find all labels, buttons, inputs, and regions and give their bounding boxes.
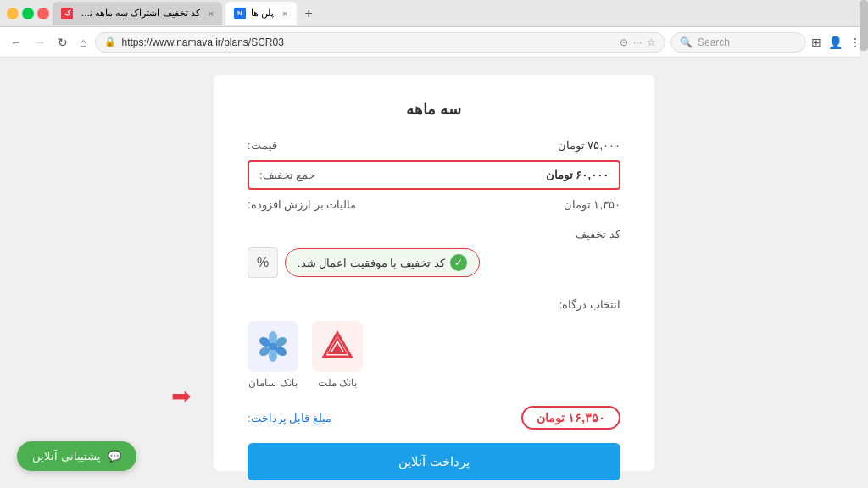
success-checkmark-icon: ✓ — [450, 254, 467, 271]
discount-value: ۶۰,۰۰۰ تومان — [546, 169, 609, 181]
mellat-name: بانک ملت — [318, 377, 357, 389]
scrollbar-thumb[interactable] — [860, 0, 868, 51]
address-bar: ← → ↻ ⌂ 🔒 https://www.namava.ir/plans/SC… — [0, 27, 868, 58]
tab2-label: پلن ها — [251, 8, 274, 19]
gateway-label: انتخاب درگاه: — [248, 298, 620, 311]
gateway-mellat[interactable]: بانک ملت — [312, 321, 363, 389]
coupon-success-text: کد تخفیف با موفقیت اعمال شد. — [298, 257, 445, 269]
coupon-success-badge: ✓ کد تخفیف با موفقیت اعمال شد. — [285, 248, 480, 277]
forward-button[interactable]: → — [31, 34, 49, 51]
coupon-submit-button[interactable]: % — [248, 247, 278, 278]
back-button[interactable]: ← — [7, 34, 25, 51]
tab1-close[interactable]: × — [209, 8, 214, 19]
tab1-label: کد تخفیف اشتراک سه ماهه نماوا — [78, 8, 200, 19]
price-row: ۷۵,۰۰۰ تومان قیمت: — [248, 139, 620, 152]
maximize-button[interactable] — [22, 8, 34, 19]
home-button[interactable]: ⌂ — [76, 34, 90, 51]
permissions-icon[interactable]: ⊙ — [620, 36, 628, 48]
saman-logo — [248, 321, 298, 372]
browser-window: ک کد تخفیف اشتراک سه ماهه نماوا × N پلن … — [0, 0, 868, 488]
more-icon[interactable]: ··· — [633, 36, 642, 48]
profile-icon[interactable]: 👤 — [828, 36, 843, 49]
tab-1[interactable]: ک کد تخفیف اشتراک سه ماهه نماوا × — [53, 2, 222, 25]
saman-name: بانک سامان — [248, 377, 297, 389]
discount-row: ۶۰,۰۰۰ تومان جمع تخفیف: — [248, 160, 620, 190]
secure-icon: 🔒 — [104, 36, 116, 47]
tax-label: مالیات بر ارزش افزوده: — [248, 198, 356, 211]
gateway-section: انتخاب درگاه: بانک ملت — [248, 298, 620, 389]
url-bar[interactable]: 🔒 https://www.namava.ir/plans/SCR03 ⊙ ··… — [95, 32, 665, 53]
card-title: سه ماهه — [248, 100, 620, 119]
discount-label: جمع تخفیف: — [259, 169, 315, 181]
price-label: قیمت: — [248, 139, 277, 152]
arrow-indicator: ➡ — [171, 382, 191, 410]
price-value: ۷۵,۰۰۰ تومان — [558, 139, 620, 152]
toolbar-icons: ⊞ 👤 ⋮ — [811, 36, 861, 49]
tax-row: ۱,۳۵۰ تومان مالیات بر ارزش افزوده: — [248, 198, 620, 211]
search-bar[interactable]: 🔍 Search — [670, 32, 806, 53]
coupon-section: کد تخفیف ✓ کد تخفیف با موفقیت اعمال شد. … — [248, 228, 620, 278]
mellat-logo — [312, 321, 363, 372]
chat-support-button[interactable]: 💬 پشتیبانی آنلاین — [17, 441, 136, 471]
coupon-section-label: کد تخفیف — [248, 228, 620, 241]
scrollbar-track — [860, 0, 868, 488]
tax-value: ۱,۳۵۰ تومان — [564, 198, 620, 211]
payment-footer: ۱۶,۳۵۰ تومان مبلغ قابل پرداخت: — [248, 406, 620, 430]
payable-amount: ۱۶,۳۵۰ تومان — [521, 406, 620, 430]
extensions-icon[interactable]: ⊞ — [811, 36, 821, 49]
new-tab-button[interactable]: + — [300, 6, 318, 21]
titlebar: ک کد تخفیف اشتراک سه ماهه نماوا × N پلن … — [0, 0, 868, 27]
reload-button[interactable]: ↻ — [54, 34, 71, 51]
tab2-close[interactable]: × — [282, 8, 287, 19]
search-placeholder: Search — [698, 36, 730, 48]
window-controls — [7, 8, 49, 19]
tab2-favicon: N — [234, 8, 246, 19]
minimize-button[interactable] — [7, 8, 19, 19]
chat-icon: 💬 — [108, 450, 121, 463]
url-text: https://www.namava.ir/plans/SCR03 — [121, 36, 615, 48]
bookmark-icon[interactable]: ☆ — [647, 36, 656, 48]
payable-label: مبلغ قابل پرداخت: — [248, 412, 331, 424]
url-action-icons: ⊙ ··· ☆ — [620, 36, 656, 48]
chat-label: پشتیبانی آنلاین — [32, 450, 101, 463]
search-icon: 🔍 — [680, 36, 693, 48]
gateway-saman[interactable]: بانک سامان — [248, 321, 298, 389]
percent-icon: % — [257, 255, 269, 270]
page-content: سه ماهه ۷۵,۰۰۰ تومان قیمت: ۶۰,۰۰۰ تومان … — [0, 58, 868, 488]
tab-bar: ک کد تخفیف اشتراک سه ماهه نماوا × N پلن … — [53, 2, 861, 25]
tab1-favicon: ک — [61, 8, 73, 19]
coupon-input-row: ✓ کد تخفیف با موفقیت اعمال شد. % — [248, 247, 620, 278]
tab-2[interactable]: N پلن ها × — [225, 2, 297, 25]
close-button[interactable] — [37, 8, 49, 19]
pay-button[interactable]: پرداخت آنلاین — [248, 443, 620, 480]
payment-card: سه ماهه ۷۵,۰۰۰ تومان قیمت: ۶۰,۰۰۰ تومان … — [214, 75, 654, 471]
gateway-options: بانک ملت — [248, 321, 620, 389]
